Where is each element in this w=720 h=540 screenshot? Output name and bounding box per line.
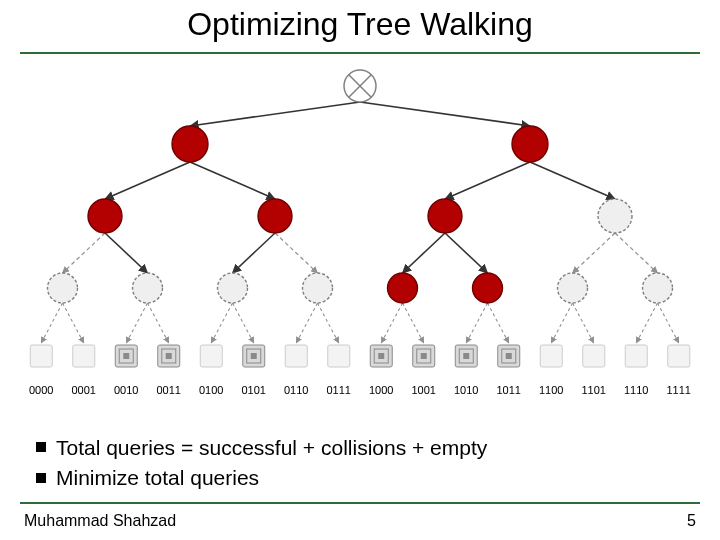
svg-line-9 bbox=[445, 233, 488, 273]
bullet-item: Total queries = successful + collisions … bbox=[36, 434, 684, 462]
svg-line-20 bbox=[296, 303, 317, 343]
svg-point-36 bbox=[258, 199, 292, 233]
svg-rect-59 bbox=[285, 345, 307, 367]
rule-top bbox=[20, 52, 700, 54]
svg-text:0101: 0101 bbox=[242, 384, 266, 396]
svg-rect-72 bbox=[506, 353, 512, 359]
svg-point-45 bbox=[558, 273, 588, 303]
bullet-icon bbox=[36, 473, 46, 483]
svg-text:0001: 0001 bbox=[72, 384, 96, 396]
svg-line-28 bbox=[636, 303, 657, 343]
svg-text:0100: 0100 bbox=[199, 384, 223, 396]
svg-line-5 bbox=[530, 162, 615, 199]
svg-rect-69 bbox=[463, 353, 469, 359]
svg-rect-54 bbox=[166, 353, 172, 359]
svg-line-4 bbox=[445, 162, 530, 199]
svg-point-41 bbox=[218, 273, 248, 303]
svg-line-14 bbox=[41, 303, 62, 343]
bullet-list: Total queries = successful + collisions … bbox=[36, 432, 684, 495]
svg-line-7 bbox=[233, 233, 276, 273]
svg-rect-73 bbox=[540, 345, 562, 367]
svg-rect-48 bbox=[73, 345, 95, 367]
svg-point-38 bbox=[598, 199, 632, 233]
svg-line-0 bbox=[190, 102, 360, 126]
svg-point-40 bbox=[133, 273, 163, 303]
svg-point-33 bbox=[172, 126, 208, 162]
svg-text:0000: 0000 bbox=[29, 384, 53, 396]
svg-line-24 bbox=[466, 303, 487, 343]
svg-line-8 bbox=[403, 233, 446, 273]
svg-line-19 bbox=[233, 303, 254, 343]
svg-point-39 bbox=[48, 273, 78, 303]
svg-rect-55 bbox=[200, 345, 222, 367]
bullet-item: Minimize total queries bbox=[36, 464, 684, 492]
svg-line-27 bbox=[573, 303, 594, 343]
svg-rect-75 bbox=[625, 345, 647, 367]
svg-rect-51 bbox=[123, 353, 129, 359]
svg-point-44 bbox=[473, 273, 503, 303]
svg-line-18 bbox=[211, 303, 232, 343]
footer-author: Muhammad Shahzad bbox=[24, 512, 176, 530]
tree-diagram: 0000000100100011010001010110011110001001… bbox=[20, 66, 700, 416]
rule-bottom bbox=[20, 502, 700, 504]
svg-text:0111: 0111 bbox=[327, 384, 351, 396]
svg-line-22 bbox=[381, 303, 402, 343]
footer-page: 5 bbox=[687, 512, 696, 530]
svg-rect-74 bbox=[583, 345, 605, 367]
svg-line-6 bbox=[105, 233, 148, 273]
svg-point-43 bbox=[388, 273, 418, 303]
svg-line-23 bbox=[403, 303, 424, 343]
svg-point-35 bbox=[88, 199, 122, 233]
bullet-text: Total queries = successful + collisions … bbox=[56, 436, 487, 459]
svg-line-2 bbox=[105, 162, 190, 199]
bullet-icon bbox=[36, 442, 46, 452]
svg-line-29 bbox=[658, 303, 679, 343]
svg-text:1110: 1110 bbox=[624, 384, 648, 396]
svg-rect-63 bbox=[378, 353, 384, 359]
slide-title: Optimizing Tree Walking bbox=[0, 6, 720, 43]
svg-text:1010: 1010 bbox=[454, 384, 478, 396]
svg-text:0011: 0011 bbox=[157, 384, 181, 396]
svg-line-11 bbox=[275, 233, 318, 273]
svg-text:1101: 1101 bbox=[582, 384, 606, 396]
svg-text:0110: 0110 bbox=[284, 384, 308, 396]
svg-text:1000: 1000 bbox=[369, 384, 393, 396]
svg-rect-76 bbox=[668, 345, 690, 367]
svg-rect-58 bbox=[251, 353, 257, 359]
svg-point-34 bbox=[512, 126, 548, 162]
svg-rect-60 bbox=[328, 345, 350, 367]
svg-text:0010: 0010 bbox=[114, 384, 138, 396]
svg-line-3 bbox=[190, 162, 275, 199]
svg-text:1111: 1111 bbox=[667, 384, 691, 396]
svg-line-17 bbox=[148, 303, 169, 343]
svg-point-46 bbox=[643, 273, 673, 303]
svg-line-15 bbox=[63, 303, 84, 343]
svg-line-10 bbox=[63, 233, 106, 273]
svg-text:1100: 1100 bbox=[539, 384, 563, 396]
svg-line-21 bbox=[318, 303, 339, 343]
bullet-text: Minimize total queries bbox=[56, 466, 259, 489]
svg-line-1 bbox=[360, 102, 530, 126]
svg-line-25 bbox=[488, 303, 509, 343]
svg-line-16 bbox=[126, 303, 147, 343]
svg-text:1011: 1011 bbox=[497, 384, 521, 396]
svg-rect-66 bbox=[421, 353, 427, 359]
svg-line-12 bbox=[573, 233, 616, 273]
svg-rect-47 bbox=[30, 345, 52, 367]
svg-point-37 bbox=[428, 199, 462, 233]
svg-line-13 bbox=[615, 233, 658, 273]
svg-point-42 bbox=[303, 273, 333, 303]
svg-text:1001: 1001 bbox=[412, 384, 436, 396]
svg-line-26 bbox=[551, 303, 572, 343]
